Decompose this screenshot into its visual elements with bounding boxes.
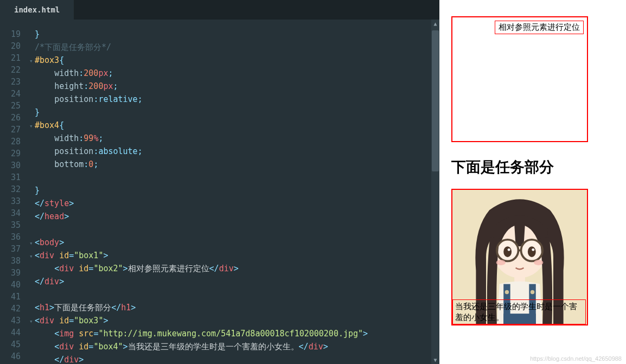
line-number: 22	[0, 64, 21, 76]
code-line[interactable]: </div>	[29, 276, 439, 289]
fold-gutter-space	[29, 186, 35, 197]
fold-gutter-space	[29, 81, 35, 93]
code-line[interactable]: </div>	[29, 354, 439, 364]
svg-point-17	[505, 290, 509, 294]
fold-gutter-space	[29, 133, 35, 145]
line-number: 40	[0, 279, 21, 291]
line-number: 27	[0, 124, 21, 136]
line-number: 20	[0, 40, 21, 52]
line-number: 38	[0, 255, 21, 267]
fold-gutter-space	[29, 199, 35, 210]
line-number: 19	[0, 28, 21, 40]
svg-point-8	[528, 246, 536, 257]
code-line[interactable]: width:99%;	[29, 132, 439, 145]
fold-gutter-space	[29, 212, 35, 223]
scroll-up-arrow[interactable]: ▲	[431, 20, 439, 28]
code-line[interactable]: </head>	[29, 210, 439, 223]
line-number: 31	[0, 171, 21, 183]
fold-gutter-space	[29, 146, 35, 158]
code-line[interactable]	[29, 171, 439, 184]
box1: 相对参照元素进行定位	[451, 16, 588, 142]
fold-gutter-space	[29, 159, 35, 171]
code-line[interactable]: position:absolute;	[29, 145, 439, 158]
code-line[interactable]: ▾<body>	[29, 237, 439, 250]
line-number: 26	[0, 112, 21, 124]
fold-gutter-space	[29, 225, 35, 237]
code-line[interactable]: height:200px;	[29, 80, 439, 93]
fold-gutter-space	[29, 107, 35, 119]
code-line[interactable]: }	[29, 184, 439, 197]
fold-marker-icon[interactable]: ▾	[29, 238, 35, 250]
code-line[interactable]: <div id="box4">当我还是三年级的学生时是一个害羞的小女生。</di…	[29, 341, 439, 354]
code-area[interactable]: } /*下面是任务部分*/▾#box3{ width:200px; height…	[26, 20, 439, 364]
fold-gutter-space	[29, 29, 35, 41]
code-line[interactable]: width:200px;	[29, 67, 439, 80]
line-number: 41	[0, 291, 21, 303]
line-number: 45	[0, 339, 21, 350]
scroll-down-arrow[interactable]: ▼	[431, 356, 439, 364]
code-line[interactable]: <h1>下面是任务部分</h1>	[29, 302, 439, 315]
fold-gutter-space	[29, 303, 35, 315]
code-line[interactable]: ▾<div id="box1">	[29, 250, 439, 263]
fold-marker-icon[interactable]: ▾	[29, 251, 35, 263]
line-number: 35	[0, 219, 21, 231]
fold-gutter-space	[29, 173, 35, 184]
fold-marker-icon[interactable]: ▾	[29, 316, 35, 328]
tab-bar: index.html	[0, 0, 439, 20]
tab-index-html[interactable]: index.html	[0, 0, 74, 20]
line-number: 37	[0, 243, 21, 255]
editor-pane: index.html 19202122232425262728293031323…	[0, 0, 439, 364]
code-line[interactable]: position:relative;	[29, 93, 439, 106]
fold-gutter-space	[29, 355, 35, 364]
app-layout: index.html 19202122232425262728293031323…	[0, 0, 626, 364]
line-number: 39	[0, 267, 21, 279]
fold-gutter-space	[29, 290, 35, 302]
line-number: 28	[0, 136, 21, 148]
fold-marker-icon[interactable]: ▾	[29, 120, 35, 132]
line-number: 30	[0, 159, 21, 171]
line-number: 29	[0, 148, 21, 159]
line-number: 43	[0, 315, 21, 327]
code-line[interactable]: <div id="box2">相对参照元素进行定位</div>	[29, 263, 439, 276]
line-number: 34	[0, 207, 21, 219]
code-line[interactable]: ▾#box3{	[29, 54, 439, 67]
code-line[interactable]: }	[29, 106, 439, 119]
fold-marker-icon[interactable]: ▾	[29, 55, 35, 67]
line-number: 33	[0, 195, 21, 207]
fold-gutter-space	[29, 264, 35, 276]
fold-gutter-space	[29, 329, 35, 341]
fold-gutter-space	[29, 68, 35, 80]
code-line[interactable]: bottom:0;	[29, 158, 439, 171]
code-line[interactable]: </style>	[29, 197, 439, 210]
code-line[interactable]	[29, 223, 439, 237]
svg-point-10	[532, 248, 534, 251]
line-number: 21	[0, 52, 21, 64]
box2: 相对参照元素进行定位	[495, 21, 584, 34]
code-line[interactable]: ▾#box4{	[29, 119, 439, 132]
svg-point-11	[496, 260, 506, 265]
line-number-gutter: 1920212223242526272829303132333435363738…	[0, 20, 26, 364]
svg-point-9	[508, 248, 510, 251]
code-line[interactable]	[29, 289, 439, 302]
svg-point-7	[503, 246, 512, 257]
svg-point-12	[534, 260, 543, 265]
code-line[interactable]: /*下面是任务部分*/	[29, 41, 439, 54]
line-number: 23	[0, 76, 21, 88]
code-line[interactable]: }	[29, 28, 439, 41]
fold-gutter-space	[29, 342, 35, 354]
vertical-scrollbar[interactable]: ▲ ▼	[431, 20, 439, 364]
preview-heading: 下面是任务部分	[451, 157, 614, 177]
code-line[interactable]: <img src="http://img.mukewang.com/541a7d…	[29, 328, 439, 341]
line-number: 24	[0, 88, 21, 100]
scrollbar-thumb[interactable]	[432, 30, 439, 171]
fold-gutter-space	[29, 277, 35, 289]
line-number: 44	[0, 327, 21, 339]
line-number: 46	[0, 350, 21, 362]
fold-gutter-space	[29, 94, 35, 106]
editor-body[interactable]: 1920212223242526272829303132333435363738…	[0, 20, 439, 364]
line-number: 25	[0, 100, 21, 112]
svg-point-18	[531, 290, 534, 294]
fold-gutter-space	[29, 42, 35, 54]
code-line[interactable]: ▾<div id="box3">	[29, 315, 439, 328]
line-number: 32	[0, 183, 21, 195]
